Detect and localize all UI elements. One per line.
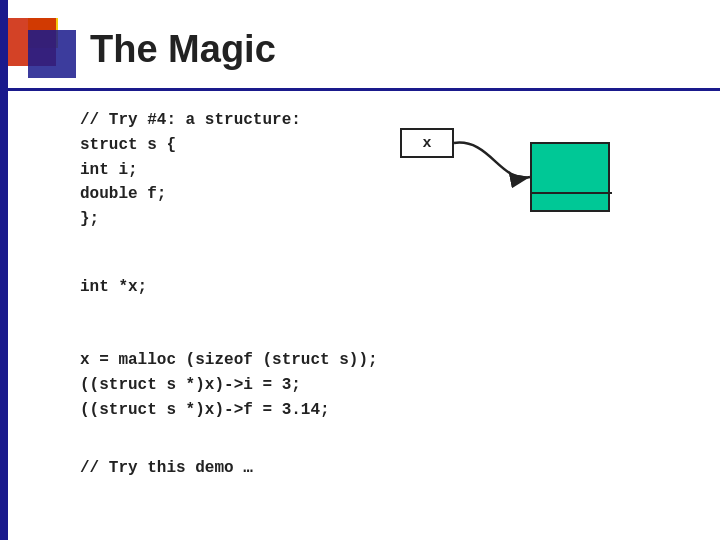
title-divider [8,88,720,91]
slide: The Magic // Try #4: a structure: struct… [0,0,720,540]
code-line-4: double f; [80,182,301,207]
struct-box-divider [532,192,612,194]
code-line-5: }; [80,207,301,232]
code-line-demo: // Try this demo … [80,456,253,481]
x-pointer-box: x [400,128,454,158]
code-block-demo: // Try this demo … [80,456,253,481]
x-label: x [422,135,431,152]
code-line-assign-f: ((struct s *)x)->f = 3.14; [80,398,378,423]
code-line-3: int i; [80,158,301,183]
slide-title: The Magic [90,28,276,71]
code-block-ptr: int *x; [80,275,147,300]
code-line-1: // Try #4: a structure: [80,108,301,133]
code-line-int-ptr: int *x; [80,275,147,300]
struct-memory-box [530,142,610,212]
code-block-malloc: x = malloc (sizeof (struct s)); ((struct… [80,348,378,422]
code-line-assign-i: ((struct s *)x)->i = 3; [80,373,378,398]
left-bar [0,0,8,540]
logo-blue-block [28,30,76,78]
code-line-malloc: x = malloc (sizeof (struct s)); [80,348,378,373]
code-block-struct: // Try #4: a structure: struct s { int i… [80,108,301,232]
code-line-2: struct s { [80,133,301,158]
